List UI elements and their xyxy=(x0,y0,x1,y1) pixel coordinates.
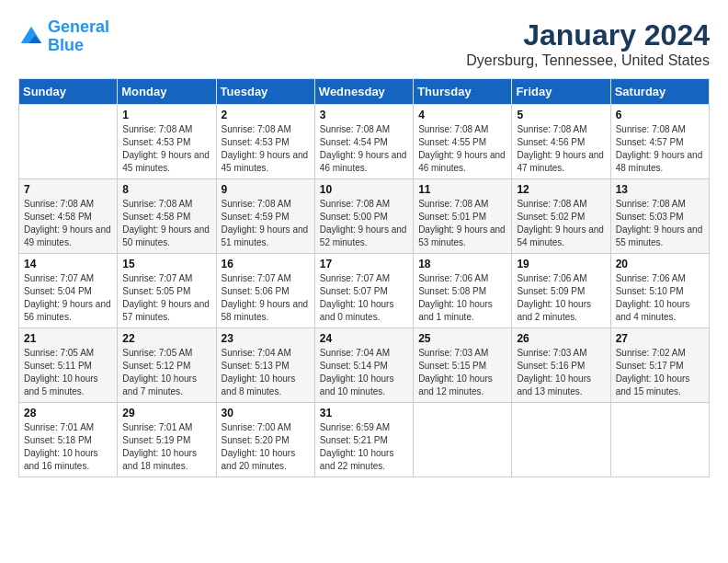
calendar-day-cell: 6Sunrise: 7:08 AMSunset: 4:57 PMDaylight… xyxy=(610,105,709,179)
weekday-header: Thursday xyxy=(414,79,512,105)
day-number: 14 xyxy=(24,258,112,270)
calendar-day-cell: 2Sunrise: 7:08 AMSunset: 4:53 PMDaylight… xyxy=(216,105,314,179)
day-number: 24 xyxy=(320,332,408,345)
calendar-day-cell: 22Sunrise: 7:05 AMSunset: 5:12 PMDayligh… xyxy=(118,328,216,403)
weekday-header: Wednesday xyxy=(314,79,413,105)
calendar-day-cell xyxy=(19,105,118,179)
day-number: 27 xyxy=(616,332,704,345)
calendar-day-cell: 15Sunrise: 7:07 AMSunset: 5:05 PMDayligh… xyxy=(118,254,216,328)
calendar-day-cell: 19Sunrise: 7:06 AMSunset: 5:09 PMDayligh… xyxy=(512,254,610,328)
calendar-week-row: 7Sunrise: 7:08 AMSunset: 4:58 PMDaylight… xyxy=(19,179,710,254)
day-info: Sunrise: 7:01 AMSunset: 5:19 PMDaylight:… xyxy=(122,421,210,473)
calendar-day-cell: 12Sunrise: 7:08 AMSunset: 5:02 PMDayligh… xyxy=(512,179,610,254)
calendar-day-cell: 7Sunrise: 7:08 AMSunset: 4:58 PMDaylight… xyxy=(19,179,118,254)
calendar-day-cell xyxy=(414,403,512,477)
calendar-day-cell: 11Sunrise: 7:08 AMSunset: 5:01 PMDayligh… xyxy=(414,179,512,254)
calendar-day-cell: 20Sunrise: 7:06 AMSunset: 5:10 PMDayligh… xyxy=(610,254,709,328)
weekday-header: Saturday xyxy=(610,79,709,105)
day-number: 30 xyxy=(222,407,310,419)
logo-text: General Blue xyxy=(48,18,109,55)
calendar-week-row: 1Sunrise: 7:08 AMSunset: 4:53 PMDaylight… xyxy=(19,105,710,179)
calendar-day-cell: 14Sunrise: 7:07 AMSunset: 5:04 PMDayligh… xyxy=(19,254,118,328)
calendar-day-cell: 18Sunrise: 7:06 AMSunset: 5:08 PMDayligh… xyxy=(414,254,512,328)
day-number: 8 xyxy=(122,183,210,196)
day-info: Sunrise: 7:01 AMSunset: 5:18 PMDaylight:… xyxy=(24,421,112,473)
day-info: Sunrise: 7:07 AMSunset: 5:06 PMDaylight:… xyxy=(222,272,310,324)
weekday-header: Friday xyxy=(512,79,610,105)
day-info: Sunrise: 7:08 AMSunset: 4:58 PMDaylight:… xyxy=(24,198,112,249)
day-info: Sunrise: 7:02 AMSunset: 5:17 PMDaylight:… xyxy=(616,347,704,398)
day-info: Sunrise: 7:06 AMSunset: 5:09 PMDaylight:… xyxy=(517,272,605,324)
calendar-day-cell xyxy=(610,403,709,477)
calendar-day-cell xyxy=(512,403,610,477)
calendar-day-cell: 10Sunrise: 7:08 AMSunset: 5:00 PMDayligh… xyxy=(314,179,413,254)
day-number: 1 xyxy=(122,109,210,121)
calendar-day-cell: 24Sunrise: 7:04 AMSunset: 5:14 PMDayligh… xyxy=(314,328,413,403)
day-info: Sunrise: 7:03 AMSunset: 5:16 PMDaylight:… xyxy=(517,347,605,398)
day-info: Sunrise: 7:00 AMSunset: 5:20 PMDaylight:… xyxy=(222,421,310,473)
day-number: 17 xyxy=(320,258,408,270)
day-number: 19 xyxy=(517,258,605,270)
day-number: 15 xyxy=(122,258,210,270)
calendar-day-cell: 26Sunrise: 7:03 AMSunset: 5:16 PMDayligh… xyxy=(512,328,610,403)
day-number: 6 xyxy=(616,109,704,121)
day-info: Sunrise: 7:08 AMSunset: 4:57 PMDaylight:… xyxy=(616,123,704,175)
day-number: 21 xyxy=(24,332,112,345)
day-number: 29 xyxy=(122,407,210,419)
day-info: Sunrise: 7:05 AMSunset: 5:11 PMDaylight:… xyxy=(24,347,112,398)
logo-icon xyxy=(18,24,44,50)
day-info: Sunrise: 7:08 AMSunset: 5:03 PMDaylight:… xyxy=(616,198,704,249)
calendar-day-cell: 13Sunrise: 7:08 AMSunset: 5:03 PMDayligh… xyxy=(610,179,709,254)
day-number: 23 xyxy=(222,332,310,345)
calendar-day-cell: 31Sunrise: 6:59 AMSunset: 5:21 PMDayligh… xyxy=(314,403,413,477)
day-number: 9 xyxy=(222,183,310,196)
calendar-day-cell: 28Sunrise: 7:01 AMSunset: 5:18 PMDayligh… xyxy=(19,403,118,477)
calendar-day-cell: 21Sunrise: 7:05 AMSunset: 5:11 PMDayligh… xyxy=(19,328,118,403)
day-number: 31 xyxy=(320,407,408,419)
day-info: Sunrise: 7:08 AMSunset: 4:58 PMDaylight:… xyxy=(122,198,210,249)
day-info: Sunrise: 7:08 AMSunset: 4:56 PMDaylight:… xyxy=(517,123,605,175)
calendar-day-cell: 25Sunrise: 7:03 AMSunset: 5:15 PMDayligh… xyxy=(414,328,512,403)
calendar-day-cell: 23Sunrise: 7:04 AMSunset: 5:13 PMDayligh… xyxy=(216,328,314,403)
logo-line1: General xyxy=(48,17,109,36)
day-number: 22 xyxy=(122,332,210,345)
location: Dyersburg, Tennessee, United States xyxy=(466,52,710,69)
title-block: January 2024 Dyersburg, Tennessee, Unite… xyxy=(466,18,710,69)
day-info: Sunrise: 7:03 AMSunset: 5:15 PMDaylight:… xyxy=(418,347,506,398)
day-info: Sunrise: 7:07 AMSunset: 5:04 PMDaylight:… xyxy=(24,272,112,324)
day-number: 13 xyxy=(616,183,704,196)
day-number: 7 xyxy=(24,183,112,196)
day-info: Sunrise: 7:07 AMSunset: 5:05 PMDaylight:… xyxy=(122,272,210,324)
logo: General Blue xyxy=(18,18,109,55)
calendar-week-row: 14Sunrise: 7:07 AMSunset: 5:04 PMDayligh… xyxy=(19,254,710,328)
day-info: Sunrise: 7:08 AMSunset: 5:01 PMDaylight:… xyxy=(418,198,506,249)
day-info: Sunrise: 7:08 AMSunset: 5:00 PMDaylight:… xyxy=(320,198,408,249)
day-number: 4 xyxy=(418,109,506,121)
weekday-header: Sunday xyxy=(19,79,118,105)
day-info: Sunrise: 7:04 AMSunset: 5:13 PMDaylight:… xyxy=(222,347,310,398)
day-number: 2 xyxy=(222,109,310,121)
calendar-day-cell: 29Sunrise: 7:01 AMSunset: 5:19 PMDayligh… xyxy=(118,403,216,477)
day-info: Sunrise: 7:07 AMSunset: 5:07 PMDaylight:… xyxy=(320,272,408,324)
day-info: Sunrise: 7:08 AMSunset: 4:54 PMDaylight:… xyxy=(320,123,408,175)
day-number: 10 xyxy=(320,183,408,196)
day-info: Sunrise: 7:08 AMSunset: 4:55 PMDaylight:… xyxy=(418,123,506,175)
logo-line2: Blue xyxy=(48,36,84,54)
calendar-day-cell: 1Sunrise: 7:08 AMSunset: 4:53 PMDaylight… xyxy=(118,105,216,179)
calendar-day-cell: 27Sunrise: 7:02 AMSunset: 5:17 PMDayligh… xyxy=(610,328,709,403)
day-info: Sunrise: 7:05 AMSunset: 5:12 PMDaylight:… xyxy=(122,347,210,398)
day-info: Sunrise: 7:08 AMSunset: 4:59 PMDaylight:… xyxy=(222,198,310,249)
calendar-day-cell: 16Sunrise: 7:07 AMSunset: 5:06 PMDayligh… xyxy=(216,254,314,328)
day-number: 16 xyxy=(222,258,310,270)
weekday-header: Monday xyxy=(118,79,216,105)
calendar-table: SundayMondayTuesdayWednesdayThursdayFrid… xyxy=(18,78,710,477)
calendar-week-row: 28Sunrise: 7:01 AMSunset: 5:18 PMDayligh… xyxy=(19,403,710,477)
day-number: 3 xyxy=(320,109,408,121)
calendar-day-cell: 30Sunrise: 7:00 AMSunset: 5:20 PMDayligh… xyxy=(216,403,314,477)
day-info: Sunrise: 7:06 AMSunset: 5:08 PMDaylight:… xyxy=(418,272,506,324)
calendar-day-cell: 9Sunrise: 7:08 AMSunset: 4:59 PMDaylight… xyxy=(216,179,314,254)
month-title: January 2024 xyxy=(466,18,710,52)
calendar-day-cell: 3Sunrise: 7:08 AMSunset: 4:54 PMDaylight… xyxy=(314,105,413,179)
calendar-day-cell: 17Sunrise: 7:07 AMSunset: 5:07 PMDayligh… xyxy=(314,254,413,328)
day-info: Sunrise: 7:08 AMSunset: 4:53 PMDaylight:… xyxy=(122,123,210,175)
